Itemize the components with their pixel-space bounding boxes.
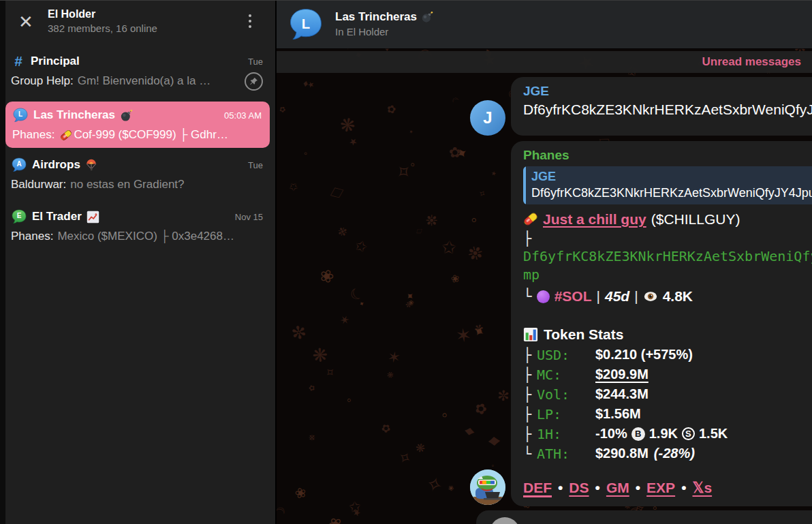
stat-row-usd: ├ USD: $0.210 (+575%) — [523, 345, 812, 365]
reply-quote-sender: JGE — [531, 168, 812, 185]
link-exp[interactable]: EXP — [646, 480, 675, 496]
stat-delta: (-28%) — [654, 446, 695, 461]
message-text-contract-address: Df6yfrKC8kZE3KNkrHERKzAetSxbrWeniQfyJY4J… — [523, 100, 812, 119]
avatar-phanes-pepe[interactable] — [470, 469, 505, 505]
sidebar-item-principal[interactable]: # Principal Tue Group Help: Gm! Bienveni… — [5, 52, 270, 95]
chat-subtitle: In El Holder — [335, 25, 433, 39]
stat-row-ath: └ ATH: $290.8M (-28%) — [523, 444, 812, 463]
avatar-jge[interactable]: J — [470, 100, 505, 136]
preview-text: no estas en Gradient? — [70, 178, 184, 191]
sidebar-item-airdrops[interactable]: A Airdrops Tue Baldurwar: no estas en Gr… — [5, 156, 270, 198]
chat-time: Tue — [248, 160, 263, 170]
chat-header[interactable]: L Las Trincheras I — [277, 1, 812, 48]
sell-circle-icon: S — [682, 427, 695, 440]
stat-value-pct: -10% — [595, 426, 627, 442]
stat-key: MC: — [537, 367, 595, 383]
stat-key: ATH: — [537, 446, 595, 462]
kebab-menu-icon[interactable] — [244, 12, 256, 33]
preview-text: Cof-999 ($COF999) ├ Gdhr… — [74, 128, 228, 142]
pill-icon — [60, 129, 74, 141]
unread-messages-bar: Unread messages — [277, 51, 812, 73]
sidebar-edge-strip — [0, 1, 5, 524]
stat-row-vol: ├ Vol: $244.3M — [523, 384, 812, 404]
bomb-icon — [421, 11, 433, 23]
stat-value: $1.56M — [595, 406, 641, 422]
contract-address-line1: Df6yfrKC8kZE3KNkrHERKzAetSxbrWeniQfyJY4J… — [523, 247, 812, 266]
token-stats-title: Token Stats — [544, 324, 623, 345]
bar-chart-icon — [523, 327, 538, 342]
separator: | — [634, 286, 638, 307]
link-def[interactable]: DEF — [523, 480, 552, 496]
contract-address-line2: mp — [523, 266, 812, 284]
stat-value-link[interactable]: $209.9M — [595, 367, 649, 382]
svg-text:L: L — [18, 110, 22, 118]
stat-key: Vol: — [537, 386, 595, 403]
stat-row-lp: ├ LP: $1.56M — [523, 404, 812, 424]
buy-count: 1.9K — [649, 426, 678, 442]
stat-key: LP: — [537, 406, 595, 422]
pinned-icon — [245, 72, 263, 91]
preview-text: Gm! Bienvenido(a) a la … — [78, 74, 211, 88]
group-title: El Holder — [48, 7, 157, 22]
reply-quote[interactable]: JGE Df6yfrKC8kZE3KNkrHERKzAetSxbrWeniQfy… — [523, 166, 812, 204]
svg-text:L: L — [302, 16, 310, 31]
link-gm[interactable]: GM — [606, 480, 629, 496]
stat-value: $0.210 (+575%) — [595, 347, 693, 363]
stat-key: 1H: — [537, 426, 595, 442]
message-sender-name[interactable]: JGE — [523, 82, 812, 100]
telegram-app: ✕ El Holder 382 members, 16 online # Pri… — [0, 0, 812, 524]
stat-row-1h: ├ 1H: -10% B 1.9K S 1.5K — [523, 424, 812, 444]
parachute-icon — [85, 158, 97, 172]
separator: | — [597, 286, 600, 307]
chat-time: Tue — [248, 57, 263, 67]
message-sender-name[interactable]: Phanes — [523, 147, 812, 164]
chat-time: Nov 15 — [235, 212, 263, 222]
svg-text:E: E — [17, 212, 22, 219]
separator-dot: • — [595, 480, 600, 496]
message-jge[interactable]: JGE Df6yfrKC8kZE3KNkrHERKzAetSxbrWeniQfy… — [511, 77, 812, 136]
chat-avatar-bubble-L: L — [287, 6, 324, 43]
chat-avatar-bubble-E: E — [11, 209, 27, 225]
token-age: 45d — [605, 286, 629, 307]
link-ds[interactable]: DS — [569, 480, 589, 496]
chat-name: Airdrops — [32, 158, 80, 172]
chat-time: 05:03 AM — [224, 110, 262, 121]
close-icon[interactable]: ✕ — [15, 12, 37, 33]
sell-count: 1.5K — [699, 426, 728, 442]
chart-increasing-icon — [87, 211, 99, 224]
chat-name: El Trader — [32, 210, 82, 224]
group-members-status: 382 members, 16 online — [48, 22, 157, 35]
message-phanes[interactable]: Phanes JGE Df6yfrKC8kZE3KNkrHERKzAetSxbr… — [511, 141, 812, 506]
token-ticker: ($CHILLGUY) — [651, 209, 740, 229]
sol-hashtag-link[interactable]: #SOL — [555, 286, 592, 307]
chat-name: Las Trincheras — [33, 108, 115, 122]
stat-value: $290.8M — [595, 446, 649, 461]
stat-row-mc: ├ MC: $209.9M — [523, 365, 812, 384]
sidebar-header: ✕ El Holder 382 members, 16 online — [5, 1, 275, 46]
pill-icon — [522, 211, 539, 227]
preview-sender: Phanes: — [11, 230, 53, 243]
preview-sender: Baldurwar: — [11, 178, 66, 191]
stat-value: $244.3M — [595, 386, 649, 402]
chat-avatar-bubble-A: A — [11, 157, 27, 173]
tree-branch-end: └ — [523, 286, 532, 307]
buy-circle-icon: B — [631, 427, 645, 441]
tree-branch: ├ — [523, 230, 812, 247]
message-partial[interactable] — [476, 510, 812, 524]
chat-title: Las Trincheras — [335, 9, 417, 25]
eye-icon — [643, 290, 658, 303]
preview-sender: Group Help: — [11, 74, 74, 88]
preview-sender: Phanes: — [12, 128, 54, 142]
bomb-icon — [120, 109, 133, 122]
token-name-link[interactable]: Just a chill guy — [543, 209, 646, 229]
hash-icon: # — [11, 53, 26, 70]
svg-text:A: A — [16, 160, 21, 168]
link-xs[interactable]: 𝕏s — [692, 480, 712, 496]
separator-dot: • — [681, 480, 686, 496]
sidebar-item-el-trader[interactable]: E El Trader Nov 15 Phanes: Mexico ($MEXI… — [5, 208, 270, 250]
chat-avatar-bubble-L: L — [12, 107, 29, 123]
sidebar: ✕ El Holder 382 members, 16 online # Pri… — [0, 1, 275, 524]
sidebar-item-las-trincheras[interactable]: L Las Trincheras 05:03 AM Phanes: — [5, 102, 270, 148]
views-count: 4.8K — [663, 286, 693, 307]
separator-dot: • — [558, 480, 563, 496]
